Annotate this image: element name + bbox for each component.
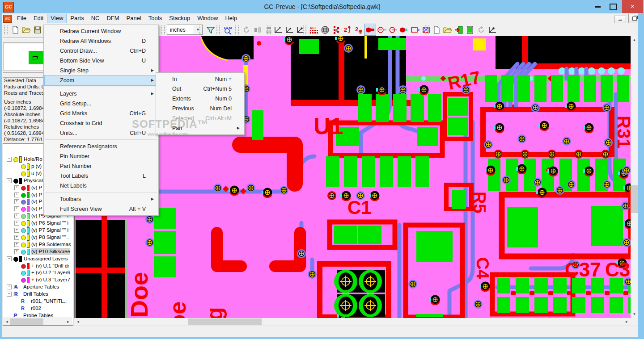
plot-origin-button[interactable] xyxy=(272,24,284,35)
globe-button[interactable] xyxy=(319,24,330,35)
pad-circle-button[interactable] xyxy=(387,24,398,35)
toolbar-grip[interactable] xyxy=(235,25,239,34)
menu-item-zoom[interactable]: Zoom▶ xyxy=(45,75,157,85)
toolbar-grip[interactable] xyxy=(303,25,306,34)
expand-icon[interactable]: + xyxy=(14,249,19,254)
toolbar-grip[interactable] xyxy=(199,25,203,34)
scroll-right-icon[interactable]: ► xyxy=(64,318,72,326)
zoom-item-extents[interactable]: ExtentsNum 0 xyxy=(157,94,243,104)
menu-item-part-number[interactable]: Part Number xyxy=(45,161,157,171)
pad-ellipse-rect-button-selected[interactable] xyxy=(364,24,376,36)
collapse-icon[interactable]: − xyxy=(7,178,12,183)
collapse-icon[interactable]: − xyxy=(7,292,12,297)
menubar-item-file[interactable]: File xyxy=(13,14,30,23)
maximize-icon[interactable] xyxy=(610,4,617,10)
menubar-item-view[interactable]: View xyxy=(47,14,67,24)
tree-hscroll-thumb[interactable] xyxy=(10,318,43,325)
menubar-item-tools[interactable]: Tools xyxy=(145,14,165,23)
menubar-item-edit[interactable]: Edit xyxy=(30,14,47,23)
toolbar-grip[interactable] xyxy=(161,25,165,34)
zoom-item-out[interactable]: OutCtrl+Num 5 xyxy=(157,84,243,94)
expand-icon[interactable]: + xyxy=(14,193,19,197)
reference-designators-button[interactable]: REF xyxy=(308,24,319,35)
units-select[interactable]: inches ▼ xyxy=(167,25,203,35)
tree-item-12[interactable]: +(v) P9 Soldermas xyxy=(3,241,73,248)
menu-item-redraw-all-windows[interactable]: Redraw All WindowsD xyxy=(45,36,157,46)
import-layer-button[interactable] xyxy=(453,24,464,35)
tree-item-15[interactable]: + (v) U.1 "Drill dr xyxy=(3,262,73,269)
tree-item-21[interactable]: Rr002 xyxy=(3,305,73,312)
expand-icon[interactable]: + xyxy=(14,213,19,218)
tree-item-19[interactable]: −RRDrill Tables xyxy=(3,290,73,297)
menubar-item-dfm[interactable]: DFM xyxy=(103,14,123,23)
zoom-item-pan[interactable]: Pan▶ xyxy=(157,123,243,133)
open-file-button-2[interactable] xyxy=(442,24,453,35)
menu-item-tool-labels[interactable]: Tool LabelsL xyxy=(45,171,157,181)
expand-icon[interactable]: + xyxy=(14,242,19,247)
menu-item-control-draw-[interactable]: Control Draw...Ctrl+D xyxy=(45,46,157,56)
menubar-item-help[interactable]: Help xyxy=(221,14,241,23)
menu-item-net-labels[interactable]: Net Labels xyxy=(45,181,157,191)
document-logo-icon[interactable]: GC xyxy=(3,15,12,23)
menu-item-crosshair-to-grid[interactable]: Crosshair to Grid xyxy=(45,118,157,128)
tool-labels-button[interactable]: 2 xyxy=(353,24,364,35)
tree-item-17[interactable]: + (v) U.3 "Layer7 xyxy=(3,276,73,283)
scroll-left-icon[interactable]: ◄ xyxy=(3,318,11,326)
vscroll-thumb[interactable] xyxy=(631,185,638,213)
layer-view-button[interactable] xyxy=(464,24,475,35)
toolbar-grip[interactable] xyxy=(4,25,8,34)
scroll-up-icon[interactable]: ▲ xyxy=(631,36,638,44)
menu-item-single-step[interactable]: Single Step▶ xyxy=(45,66,157,75)
new-file-button[interactable] xyxy=(9,24,21,35)
horizontal-scrollbar[interactable]: ◄ ► xyxy=(74,318,631,326)
expand-icon[interactable]: + xyxy=(14,221,19,226)
vertical-scrollbar[interactable]: ▲ ▼ xyxy=(631,36,638,326)
plot-add-button-2[interactable] xyxy=(487,24,498,35)
tree-hscrollbar[interactable]: ◄ ► xyxy=(3,318,72,325)
menubar-item-panel[interactable]: Panel xyxy=(123,14,145,23)
plot-extents-button[interactable] xyxy=(284,24,295,35)
dfm-inspect-button[interactable]: DFM xyxy=(222,24,233,35)
menu-item-layers[interactable]: Layers▶ xyxy=(45,89,157,99)
menu-item-toolbars[interactable]: Toolbars▶ xyxy=(45,194,157,204)
zoom-item-selected[interactable]: SelectedCtrl+Alt+M xyxy=(157,113,243,123)
menu-item-grid-marks[interactable]: Grid MarksCtrl+G xyxy=(45,109,157,118)
expand-icon[interactable]: + xyxy=(14,235,19,240)
menu-item-bottom-side-view[interactable]: Bottom Side ViewU xyxy=(45,56,157,66)
expand-icon[interactable]: + xyxy=(14,228,19,233)
expand-icon[interactable]: + xyxy=(7,285,12,289)
expand-icon[interactable]: + xyxy=(14,185,19,190)
pad-circle-stub-button[interactable] xyxy=(376,24,387,35)
menu-item-pin-number[interactable]: Pin Number xyxy=(45,151,157,161)
flip-horizontal-button-disabled[interactable] xyxy=(252,24,263,35)
collapse-icon[interactable]: − xyxy=(7,256,12,261)
tree-item-11[interactable]: +(v) P8 Signal "" . xyxy=(3,234,73,241)
menubar-item-nc[interactable]: NC xyxy=(88,14,103,23)
rotate-button-2-disabled[interactable] xyxy=(475,24,487,35)
toolbar-grip[interactable] xyxy=(267,25,271,34)
toolbar-grip[interactable] xyxy=(216,25,220,34)
new-file-button-2[interactable] xyxy=(431,24,442,35)
tree-item-13[interactable]: +(v) P10 Silkscree xyxy=(3,248,73,255)
menubar-item-parts[interactable]: Parts xyxy=(67,14,87,23)
tree-item-20[interactable]: Rr001, "UNTITL.. xyxy=(3,297,73,305)
menu-item-reference-designators[interactable]: Reference Designators xyxy=(45,142,157,151)
menu-item-grid-setup-[interactable]: Grid Setup... xyxy=(45,99,157,109)
rotate-button-disabled[interactable] xyxy=(241,24,252,35)
open-file-button[interactable] xyxy=(21,24,32,35)
menubar-item-stackup[interactable]: Stackup xyxy=(165,14,194,23)
pad-rect-arrow-button[interactable] xyxy=(410,24,421,35)
zoom-item-previous[interactable]: PreviousNum Del xyxy=(157,104,243,113)
menubar-item-window[interactable]: Window xyxy=(194,14,221,23)
pin-number-button[interactable]: # xyxy=(330,24,342,35)
tree-item-16[interactable]: + (v) U.2 "Layer6 xyxy=(3,269,73,276)
toolbar-grip[interactable] xyxy=(425,25,429,34)
collapse-icon[interactable]: − xyxy=(7,157,12,162)
zoom-item-in[interactable]: InNum + xyxy=(157,74,243,84)
scroll-right-icon[interactable]: ► xyxy=(623,318,631,326)
pad-filled-cyan-button[interactable] xyxy=(398,24,410,35)
expand-icon[interactable]: + xyxy=(14,199,19,204)
tree-item-10[interactable]: +(v) P7 Signal "" i xyxy=(3,226,73,234)
part-number-button[interactable]: 2 xyxy=(342,24,353,35)
save-button[interactable] xyxy=(32,24,43,35)
